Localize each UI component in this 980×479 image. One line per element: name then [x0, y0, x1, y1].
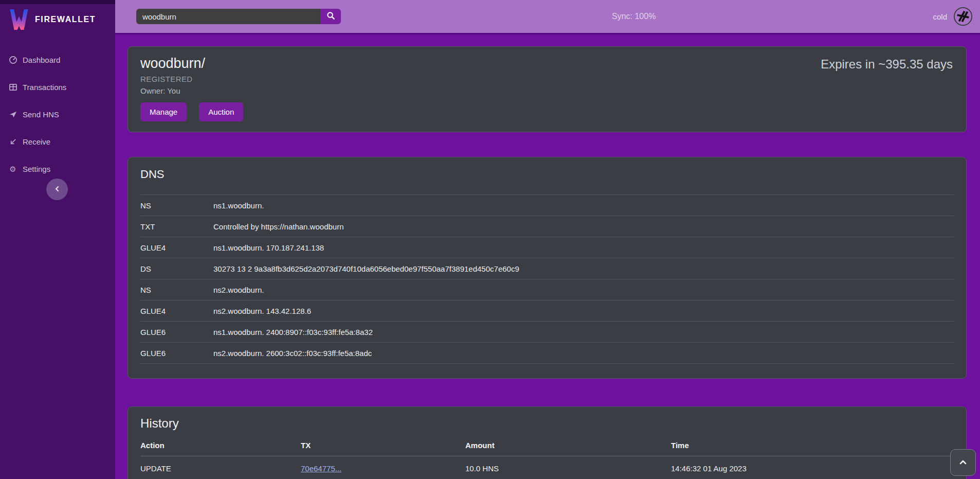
dns-records-table: NS ns1.woodburn. TXT Controlled by https… [140, 194, 954, 364]
dns-record-row: GLUE4 ns1.woodburn. 170.187.241.138 [140, 237, 954, 258]
app-title: FIREWALLET [35, 15, 96, 24]
dns-record-type: GLUE4 [140, 307, 213, 315]
dns-card: DNS NS ns1.woodburn. TXT Controlled by h… [128, 157, 967, 379]
history-card-title: History [140, 416, 954, 431]
dns-record-type: DS [140, 264, 213, 273]
dns-record-value: ns2.woodburn. 2600:3c02::f03c:93ff:fe5a:… [213, 349, 954, 358]
search-icon [326, 11, 335, 22]
history-action: UPDATE [140, 456, 301, 479]
transactions-table-icon [8, 83, 17, 92]
dns-record-row: TXT Controlled by https://nathan.woodbur… [140, 216, 954, 237]
name-actions: Manage Auction [140, 102, 954, 121]
settings-gear-icon: ⚙ [8, 165, 17, 174]
owner-label: Owner: You [140, 86, 954, 95]
sidebar-item-dashboard[interactable]: Dashboard [0, 46, 115, 74]
topbar-right: cold [933, 7, 980, 26]
chevron-up-icon [958, 459, 968, 467]
dns-record-value: Controlled by https://nathan.woodburn [213, 222, 954, 231]
search-input[interactable] [136, 9, 320, 24]
search-button[interactable] [320, 9, 341, 24]
dns-record-type: GLUE6 [140, 328, 213, 336]
dashboard-gauge-icon [8, 56, 17, 65]
history-header-row: Action TX Amount Time [140, 438, 954, 456]
dns-record-value: 30273 13 2 9a3a8fb3d625d2a2073d740f10da6… [213, 264, 954, 273]
manage-button[interactable]: Manage [140, 102, 187, 121]
dns-record-type: GLUE4 [140, 243, 213, 252]
sidebar-nav: Dashboard Transactions Send HNS [0, 46, 115, 183]
name-summary-card: woodburn/ REGISTERED Owner: You Manage A… [128, 46, 967, 132]
sidebar: FIREWALLET Dashboard Transactions [0, 0, 115, 479]
handshake-logo-icon[interactable] [953, 7, 973, 26]
registration-status: REGISTERED [140, 75, 954, 83]
dns-record-type: NS [140, 201, 213, 210]
dns-record-value: ns2.woodburn. 143.42.128.6 [213, 307, 954, 315]
sidebar-item-label: Receive [23, 137, 50, 146]
dns-record-row: GLUE6 ns1.woodburn. 2400:8907::f03c:93ff… [140, 322, 954, 343]
sidebar-item-label: Dashboard [23, 56, 60, 64]
history-card: History Action TX Amount Time UPDATE 70e… [128, 406, 967, 479]
dns-record-value: ns2.woodburn. [213, 286, 954, 294]
dns-record-value: ns1.woodburn. 170.187.241.138 [213, 243, 954, 252]
dns-card-title: DNS [140, 168, 954, 181]
history-time: 14:46:32 01 Aug 2023 [671, 456, 954, 479]
sidebar-item-transactions[interactable]: Transactions [0, 74, 115, 101]
brand[interactable]: FIREWALLET [0, 4, 115, 36]
sidebar-item-label: Settings [23, 165, 50, 173]
topbar: Sync: 100% cold [115, 0, 980, 34]
sidebar-collapse-button[interactable] [46, 179, 68, 200]
sidebar-item-receive[interactable]: Receive [0, 128, 115, 155]
dns-record-row: GLUE4 ns2.woodburn. 143.42.128.6 [140, 300, 954, 322]
chevron-left-icon [53, 185, 61, 194]
dns-record-type: NS [140, 286, 213, 294]
sidebar-item-send-hns[interactable]: Send HNS [0, 101, 115, 128]
col-header-tx: TX [301, 438, 465, 456]
scroll-to-top-button[interactable] [950, 449, 976, 476]
sidebar-top-strip [0, 0, 115, 4]
wallet-name-label: cold [933, 12, 947, 21]
auction-button[interactable]: Auction [199, 102, 243, 121]
history-table: Action TX Amount Time UPDATE 70e64775...… [140, 438, 954, 479]
col-header-amount: Amount [465, 438, 671, 456]
receive-arrow-icon [8, 137, 17, 147]
firewallet-logo-icon [9, 9, 29, 30]
main-content: woodburn/ REGISTERED Owner: You Manage A… [115, 34, 980, 479]
send-plane-icon [8, 110, 17, 119]
dns-record-row: NS ns2.woodburn. [140, 279, 954, 300]
col-header-time: Time [671, 438, 954, 456]
history-row: UPDATE 70e64775... 10.0 HNS 14:46:32 01 … [140, 456, 954, 479]
sync-status: Sync: 100% [612, 0, 656, 33]
dns-record-type: GLUE6 [140, 349, 213, 358]
sidebar-item-label: Transactions [23, 83, 66, 92]
expiry-label: Expires in ~395.35 days [821, 57, 953, 72]
dns-record-row: DS 30273 13 2 9a3a8fb3d625d2a2073d740f10… [140, 258, 954, 279]
dns-record-row: GLUE6 ns2.woodburn. 2600:3c02::f03c:93ff… [140, 343, 954, 364]
dns-record-value: ns1.woodburn. [213, 201, 954, 210]
dns-record-value: ns1.woodburn. 2400:8907::f03c:93ff:fe5a:… [213, 328, 954, 336]
dns-record-row: NS ns1.woodburn. [140, 195, 954, 216]
search-group [136, 9, 341, 24]
tx-link[interactable]: 70e64775... [301, 464, 341, 473]
col-header-action: Action [140, 438, 301, 456]
history-amount: 10.0 HNS [465, 456, 671, 479]
dns-record-type: TXT [140, 222, 213, 231]
sidebar-item-label: Send HNS [23, 110, 59, 119]
